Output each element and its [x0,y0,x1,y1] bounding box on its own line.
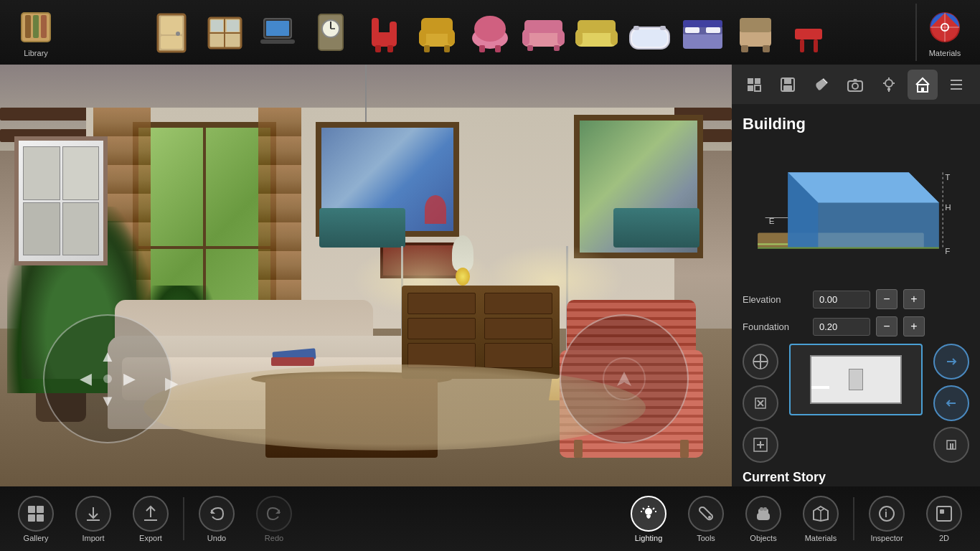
furniture-laptop[interactable] [253,7,303,57]
svg-rect-37 [522,31,529,45]
svg-line-115 [653,508,654,509]
svg-rect-46 [632,29,667,47]
furniture-pattern-chair[interactable] [730,7,781,57]
svg-text:F: F [945,247,950,255]
nav-joystick-left[interactable]: ▲ ◀ ▶ ▼ [43,314,172,443]
foundation-plus[interactable]: + [903,316,925,336]
foundation-minus[interactable]: − [876,316,897,336]
import-button[interactable]: Import [65,490,122,547]
foundation-input[interactable] [813,318,870,336]
tab-save[interactable] [773,70,803,100]
add-item-button[interactable] [743,427,778,463]
redo-button[interactable]: Redo [245,490,303,547]
foundation-row: Foundation − + [743,316,969,336]
nav-joystick-right[interactable] [560,314,689,443]
svg-rect-67 [748,85,753,91]
nav-forward-arrow[interactable]: ▶ [165,373,178,393]
svg-rect-65 [748,78,753,84]
svg-rect-38 [557,31,565,45]
redo-icon [256,496,292,532]
svg-rect-14 [266,21,289,36]
svg-point-112 [645,508,652,515]
svg-text:H: H [945,203,951,212]
furniture-yellow-sofa[interactable] [571,7,621,57]
gallery-label: Gallery [24,534,49,542]
2d-button[interactable]: 2D [915,490,973,547]
svg-rect-15 [260,39,295,44]
furniture-pink-chair[interactable] [465,7,515,57]
room-scene: ▲ ◀ ▶ ▼ ▶ [0,65,732,486]
furniture-strip [65,7,915,57]
svg-rect-22 [390,22,397,39]
elevation-label: Elevation [743,294,807,305]
svg-point-74 [852,83,858,89]
svg-rect-23 [375,45,381,52]
svg-rect-127 [940,509,944,514]
top-toolbar: Library [0,0,980,65]
tools-button[interactable]: Tools [677,490,735,547]
svg-rect-21 [372,18,379,39]
sconce-right [613,208,699,248]
furniture-red-chair[interactable] [359,7,409,57]
furniture-door[interactable] [146,7,197,57]
objects-icon [745,496,781,532]
objects-button[interactable]: Objects [735,490,792,547]
furniture-red-stool[interactable] [783,7,834,57]
lighting-button[interactable]: Lighting [620,490,677,547]
svg-rect-30 [444,45,450,52]
tab-light[interactable] [874,70,904,100]
gallery-button[interactable]: Gallery [7,490,65,547]
tab-paint[interactable] [806,70,837,100]
snap-right-1[interactable] [933,344,969,380]
icon-col-left [743,344,778,463]
svg-rect-29 [424,45,430,52]
furniture-window[interactable] [199,7,250,57]
furniture-bed[interactable] [677,7,727,57]
snap-right-2[interactable] [933,385,969,421]
elevation-input[interactable] [813,291,870,309]
panel-content: Building T H F E [732,104,980,486]
materials-button[interactable]: Materials [915,4,973,61]
elevation-row: Elevation − + [743,289,969,309]
library-label: Library [24,49,48,57]
library-button[interactable]: Library [7,4,65,61]
svg-point-32 [474,16,506,42]
toolbar-divider-1 [183,497,184,540]
svg-rect-56 [741,45,748,52]
materials-btn-label: Materials [805,534,837,542]
remove-story-button[interactable] [743,385,778,421]
furniture-clock[interactable] [306,7,356,57]
current-story-title: Current Story [743,470,969,485]
svg-rect-68 [755,85,760,91]
svg-point-118 [708,516,711,519]
furniture-pink-sofa[interactable] [518,7,568,57]
gallery-icon [18,496,54,532]
redo-label: Redo [265,534,283,542]
furniture-bathtub[interactable] [624,7,674,57]
tab-house[interactable] [908,70,938,100]
add-story-button[interactable] [743,344,778,380]
snap-bottom[interactable] [933,427,969,463]
svg-rect-104 [952,443,953,449]
undo-button[interactable]: Undo [188,490,245,547]
svg-rect-24 [387,45,393,52]
svg-rect-105 [950,443,951,449]
svg-rect-26 [421,18,453,34]
inspector-icon: i [869,496,905,532]
export-label: Export [139,534,162,542]
export-button[interactable]: Export [122,490,179,547]
tab-build[interactable] [739,70,769,100]
materials-btn[interactable]: Materials [792,490,849,547]
svg-rect-33 [479,45,485,52]
furniture-yellow-armchair[interactable] [412,7,462,57]
elevation-minus[interactable]: − [876,289,897,309]
elevation-plus[interactable]: + [903,289,925,309]
svg-rect-5 [161,17,182,34]
svg-rect-59 [800,39,804,52]
svg-rect-40 [554,45,560,51]
tab-list[interactable] [941,70,971,100]
inspector-button[interactable]: i Inspector [858,490,915,547]
tab-camera[interactable] [840,70,870,100]
icon-col-right [933,344,969,463]
svg-rect-70 [784,78,791,84]
